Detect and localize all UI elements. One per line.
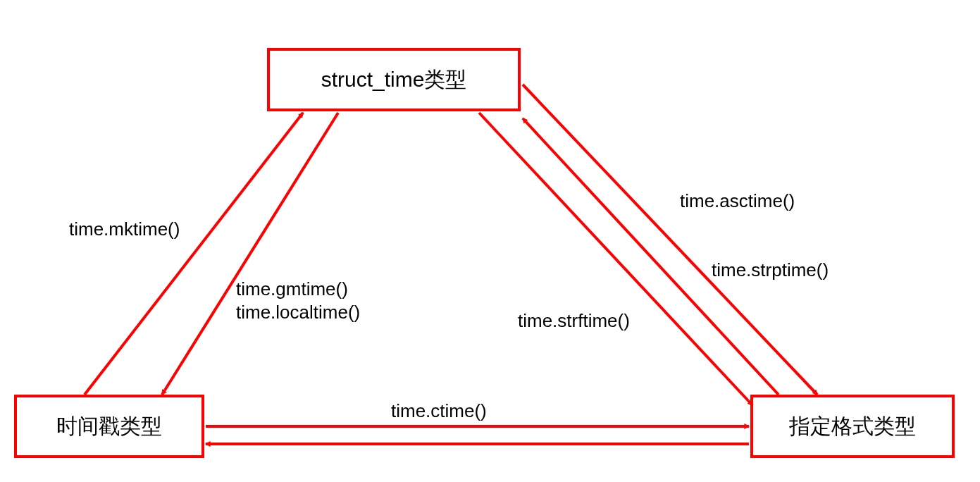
node-formatted: 指定格式类型 — [750, 395, 955, 458]
edge-label-localtime: time.localtime() — [236, 302, 360, 323]
node-struct-time-label: struct_time类型 — [321, 66, 467, 94]
edge-label-strptime: time.strptime() — [712, 259, 829, 281]
node-formatted-label: 指定格式类型 — [789, 412, 916, 441]
arrow-strptime — [523, 118, 779, 395]
edge-label-gmtime: time.gmtime() — [236, 278, 348, 300]
edge-label-ctime: time.ctime() — [391, 400, 487, 422]
arrow-asctime — [523, 85, 817, 395]
edge-label-strftime: time.strftime() — [518, 310, 630, 332]
node-timestamp-label: 时间戳类型 — [56, 412, 162, 441]
node-struct-time: struct_time类型 — [267, 48, 521, 111]
arrow-mktime — [85, 113, 303, 395]
edge-label-asctime: time.asctime() — [680, 190, 795, 212]
arrow-gmtime-localtime — [162, 113, 338, 395]
diagram-canvas: struct_time类型 时间戳类型 指定格式类型 time.mktime()… — [0, 0, 980, 482]
node-timestamp: 时间戳类型 — [14, 395, 204, 458]
edge-label-mktime: time.mktime() — [69, 218, 180, 240]
